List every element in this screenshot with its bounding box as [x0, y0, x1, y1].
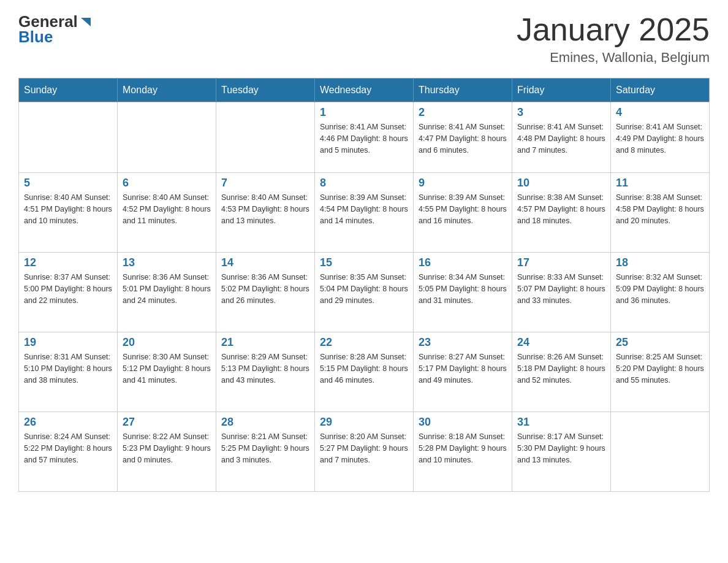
day-number: 5 [24, 177, 112, 190]
day-number: 20 [123, 336, 211, 349]
col-monday: Monday [118, 79, 216, 102]
day-info: Sunrise: 8:39 AM Sunset: 4:54 PM Dayligh… [320, 192, 408, 226]
page-header: General Blue January 2025 Emines, Wallon… [18, 12, 710, 66]
day-number: 24 [517, 336, 605, 349]
day-info: Sunrise: 8:36 AM Sunset: 5:02 PM Dayligh… [221, 272, 309, 306]
table-row: 30Sunrise: 8:18 AM Sunset: 5:28 PM Dayli… [414, 412, 512, 492]
day-info: Sunrise: 8:29 AM Sunset: 5:13 PM Dayligh… [221, 351, 309, 386]
table-row: 9Sunrise: 8:39 AM Sunset: 4:55 PM Daylig… [414, 173, 512, 253]
day-info: Sunrise: 8:37 AM Sunset: 5:00 PM Dayligh… [24, 272, 112, 306]
col-sunday: Sunday [19, 79, 118, 102]
day-number: 11 [616, 177, 704, 190]
day-info: Sunrise: 8:31 AM Sunset: 5:10 PM Dayligh… [24, 351, 112, 386]
day-number: 13 [123, 256, 211, 269]
table-row: 6Sunrise: 8:40 AM Sunset: 4:52 PM Daylig… [118, 173, 216, 253]
day-info: Sunrise: 8:28 AM Sunset: 5:15 PM Dayligh… [320, 351, 408, 386]
day-number: 1 [320, 106, 408, 119]
col-friday: Friday [512, 79, 611, 102]
day-info: Sunrise: 8:38 AM Sunset: 4:58 PM Dayligh… [616, 192, 704, 226]
day-number: 2 [419, 106, 507, 119]
table-row: 1Sunrise: 8:41 AM Sunset: 4:46 PM Daylig… [315, 102, 414, 173]
col-wednesday: Wednesday [315, 79, 414, 102]
day-number: 12 [24, 256, 112, 269]
col-saturday: Saturday [611, 79, 710, 102]
table-row [19, 102, 118, 173]
day-number: 7 [221, 177, 309, 190]
day-info: Sunrise: 8:17 AM Sunset: 5:30 PM Dayligh… [517, 431, 605, 465]
day-info: Sunrise: 8:33 AM Sunset: 5:07 PM Dayligh… [517, 272, 605, 306]
table-row: 5Sunrise: 8:40 AM Sunset: 4:51 PM Daylig… [19, 173, 118, 253]
day-number: 16 [419, 256, 507, 269]
day-number: 6 [123, 177, 211, 190]
day-number: 14 [221, 256, 309, 269]
table-row: 12Sunrise: 8:37 AM Sunset: 5:00 PM Dayli… [19, 253, 118, 332]
calendar-table: Sunday Monday Tuesday Wednesday Thursday… [18, 78, 710, 492]
table-row: 20Sunrise: 8:30 AM Sunset: 5:12 PM Dayli… [118, 332, 216, 412]
table-row: 28Sunrise: 8:21 AM Sunset: 5:25 PM Dayli… [216, 412, 315, 492]
day-number: 10 [517, 177, 605, 190]
day-number: 15 [320, 256, 408, 269]
table-row: 16Sunrise: 8:34 AM Sunset: 5:05 PM Dayli… [414, 253, 512, 332]
day-number: 29 [320, 416, 408, 429]
day-info: Sunrise: 8:41 AM Sunset: 4:48 PM Dayligh… [517, 121, 605, 156]
day-number: 21 [221, 336, 309, 349]
calendar-week-row: 12Sunrise: 8:37 AM Sunset: 5:00 PM Dayli… [19, 253, 710, 332]
day-info: Sunrise: 8:38 AM Sunset: 4:57 PM Dayligh… [517, 192, 605, 226]
location-title: Emines, Wallonia, Belgium [517, 50, 710, 66]
day-info: Sunrise: 8:34 AM Sunset: 5:05 PM Dayligh… [419, 272, 507, 306]
table-row: 25Sunrise: 8:25 AM Sunset: 5:20 PM Dayli… [611, 332, 710, 412]
table-row: 17Sunrise: 8:33 AM Sunset: 5:07 PM Dayli… [512, 253, 611, 332]
day-info: Sunrise: 8:40 AM Sunset: 4:51 PM Dayligh… [24, 192, 112, 226]
col-tuesday: Tuesday [216, 79, 315, 102]
logo-blue: Blue [18, 28, 53, 47]
day-info: Sunrise: 8:21 AM Sunset: 5:25 PM Dayligh… [221, 431, 309, 465]
day-info: Sunrise: 8:25 AM Sunset: 5:20 PM Dayligh… [616, 351, 704, 386]
day-number: 4 [616, 106, 704, 119]
table-row: 23Sunrise: 8:27 AM Sunset: 5:17 PM Dayli… [414, 332, 512, 412]
logo-triangle-icon [79, 15, 93, 29]
day-number: 31 [517, 416, 605, 429]
svg-marker-0 [81, 18, 91, 26]
col-thursday: Thursday [414, 79, 512, 102]
day-info: Sunrise: 8:18 AM Sunset: 5:28 PM Dayligh… [419, 431, 507, 465]
day-number: 25 [616, 336, 704, 349]
table-row: 4Sunrise: 8:41 AM Sunset: 4:49 PM Daylig… [611, 102, 710, 173]
table-row: 8Sunrise: 8:39 AM Sunset: 4:54 PM Daylig… [315, 173, 414, 253]
day-info: Sunrise: 8:41 AM Sunset: 4:49 PM Dayligh… [616, 121, 704, 156]
day-number: 8 [320, 177, 408, 190]
table-row: 22Sunrise: 8:28 AM Sunset: 5:15 PM Dayli… [315, 332, 414, 412]
table-row: 13Sunrise: 8:36 AM Sunset: 5:01 PM Dayli… [118, 253, 216, 332]
day-info: Sunrise: 8:22 AM Sunset: 5:23 PM Dayligh… [123, 431, 211, 465]
table-row: 19Sunrise: 8:31 AM Sunset: 5:10 PM Dayli… [19, 332, 118, 412]
table-row: 7Sunrise: 8:40 AM Sunset: 4:53 PM Daylig… [216, 173, 315, 253]
calendar-week-row: 19Sunrise: 8:31 AM Sunset: 5:10 PM Dayli… [19, 332, 710, 412]
table-row: 15Sunrise: 8:35 AM Sunset: 5:04 PM Dayli… [315, 253, 414, 332]
month-title: January 2025 [517, 12, 710, 47]
day-info: Sunrise: 8:40 AM Sunset: 4:53 PM Dayligh… [221, 192, 309, 226]
table-row: 31Sunrise: 8:17 AM Sunset: 5:30 PM Dayli… [512, 412, 611, 492]
calendar-week-row: 5Sunrise: 8:40 AM Sunset: 4:51 PM Daylig… [19, 173, 710, 253]
logo: General Blue [18, 12, 93, 47]
day-number: 18 [616, 256, 704, 269]
table-row: 27Sunrise: 8:22 AM Sunset: 5:23 PM Dayli… [118, 412, 216, 492]
day-info: Sunrise: 8:20 AM Sunset: 5:27 PM Dayligh… [320, 431, 408, 465]
day-info: Sunrise: 8:35 AM Sunset: 5:04 PM Dayligh… [320, 272, 408, 306]
day-number: 30 [419, 416, 507, 429]
table-row [611, 412, 710, 492]
table-row: 26Sunrise: 8:24 AM Sunset: 5:22 PM Dayli… [19, 412, 118, 492]
day-info: Sunrise: 8:32 AM Sunset: 5:09 PM Dayligh… [616, 272, 704, 306]
table-row: 11Sunrise: 8:38 AM Sunset: 4:58 PM Dayli… [611, 173, 710, 253]
day-info: Sunrise: 8:27 AM Sunset: 5:17 PM Dayligh… [419, 351, 507, 386]
day-info: Sunrise: 8:26 AM Sunset: 5:18 PM Dayligh… [517, 351, 605, 386]
day-number: 26 [24, 416, 112, 429]
day-number: 27 [123, 416, 211, 429]
calendar-week-row: 1Sunrise: 8:41 AM Sunset: 4:46 PM Daylig… [19, 102, 710, 173]
calendar-header-row: Sunday Monday Tuesday Wednesday Thursday… [19, 79, 710, 102]
calendar-week-row: 26Sunrise: 8:24 AM Sunset: 5:22 PM Dayli… [19, 412, 710, 492]
day-info: Sunrise: 8:41 AM Sunset: 4:46 PM Dayligh… [320, 121, 408, 156]
day-info: Sunrise: 8:24 AM Sunset: 5:22 PM Dayligh… [24, 431, 112, 465]
table-row: 18Sunrise: 8:32 AM Sunset: 5:09 PM Dayli… [611, 253, 710, 332]
day-info: Sunrise: 8:41 AM Sunset: 4:47 PM Dayligh… [419, 121, 507, 156]
table-row: 3Sunrise: 8:41 AM Sunset: 4:48 PM Daylig… [512, 102, 611, 173]
table-row [216, 102, 315, 173]
